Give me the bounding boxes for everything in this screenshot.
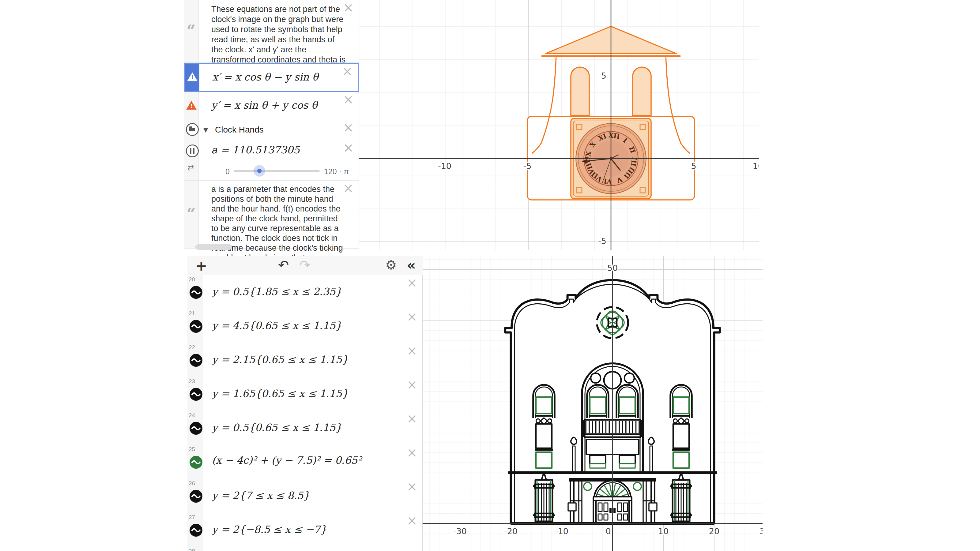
undo-button[interactable]: ↶ (278, 259, 289, 272)
expression-row[interactable]: 21 y = 4.5{0.65 ≤ x ≤ 1.15} × (188, 309, 422, 343)
curve-style-icon[interactable] (189, 354, 203, 367)
expression-row[interactable]: 27 y = 2{−8.5 ≤ x ≤ −7} × (188, 513, 422, 547)
expression-row-yprime[interactable]: y′ = x sin θ + y cos θ × (185, 92, 359, 120)
close-icon[interactable]: × (342, 65, 353, 78)
loop-direction-icon[interactable]: ⇄ (188, 163, 194, 172)
top-expression-list: “ These equations are not part of the cl… (185, 0, 359, 250)
curve-style-icon-green[interactable] (189, 456, 203, 469)
svg-text:5: 5 (601, 71, 606, 81)
expressions-toolbar: + ↶ ↷ ⚙ « (188, 256, 423, 275)
panel-scroll-handle[interactable] (196, 244, 232, 250)
note-row-parameter[interactable]: “ a is a parameter that encodes the posi… (185, 181, 359, 249)
side-gate-left (533, 472, 555, 521)
chevron-down-icon[interactable]: ▼ (204, 126, 208, 133)
slider-max-label: 120 · π (324, 167, 349, 176)
folder-label: Clock Hands (215, 125, 264, 135)
svg-text:30: 30 (760, 527, 762, 536)
svg-text:-5: -5 (598, 236, 606, 246)
expression-row-xprime[interactable]: x′ = x cos θ − y sin θ × (185, 63, 359, 92)
close-icon[interactable]: × (407, 514, 417, 527)
close-icon[interactable]: × (343, 93, 354, 106)
slider-track[interactable] (234, 170, 320, 172)
desmos-screenshots-canvas: “ These equations are not part of the cl… (0, 0, 980, 551)
slider-value-latex[interactable]: a = 110.5137305 (211, 144, 300, 156)
slider-row-a[interactable]: ⇄ a = 110.5137305 0 120 · π × (185, 140, 359, 181)
bottom-expression-list: 20 y = 0.5{1.85 ≤ x ≤ 2.35} × 21 y = 4.5… (188, 275, 423, 551)
svg-text:10: 10 (658, 527, 668, 536)
svg-text:-30: -30 (453, 527, 467, 536)
graph-settings-button[interactable]: ⚙ (385, 259, 397, 272)
svg-text:5: 5 (691, 161, 696, 171)
svg-text:-10: -10 (555, 527, 568, 536)
curve-style-icon[interactable] (189, 286, 203, 299)
close-icon[interactable]: × (407, 345, 417, 357)
bottom-desmos-window: + ↶ ↷ ⚙ « 20 y = 0.5{1.85 ≤ x ≤ 2.35} × … (188, 256, 762, 551)
expression-latex[interactable]: x′ = x cos θ − y sin θ (212, 71, 318, 83)
svg-text:VI: VI (603, 177, 613, 186)
close-icon[interactable]: × (407, 446, 417, 459)
top-desmos-window: “ These equations are not part of the cl… (185, 0, 759, 250)
pause-icon[interactable] (186, 144, 199, 157)
collapse-panel-button[interactable]: « (407, 258, 416, 272)
close-icon[interactable]: × (343, 182, 354, 195)
svg-text:XII: XII (608, 131, 620, 140)
svg-text:20: 20 (709, 527, 719, 536)
note-quote-icon: “ (186, 209, 196, 219)
expression-row[interactable]: 25 (x − 4c)² + (y − 7.5)² = 0.65² × (188, 445, 422, 479)
expression-latex[interactable]: y′ = x sin θ + y cos θ (211, 99, 317, 111)
close-icon[interactable]: × (343, 141, 354, 154)
close-icon[interactable]: × (343, 121, 354, 134)
expression-row[interactable]: 20 y = 0.5{1.85 ≤ x ≤ 2.35} × (188, 275, 422, 309)
svg-text:-10: -10 (438, 161, 452, 171)
note-row-rotation[interactable]: “ These equations are not part of the cl… (185, 0, 359, 63)
expression-row[interactable]: 26 y = 2{7 ≤ x ≤ 8.5} × (188, 479, 422, 513)
expression-row[interactable]: 23 y = 1.65{0.65 ≤ x ≤ 1.15} × (188, 377, 422, 411)
redo-button[interactable]: ↷ (299, 259, 310, 272)
expression-row[interactable]: 28 (188, 547, 422, 551)
folder-icon (186, 123, 199, 136)
close-icon[interactable]: × (343, 1, 354, 14)
slider-thumb[interactable] (254, 165, 265, 176)
note-text: a is a parameter that encodes the positi… (211, 184, 346, 263)
warning-icon (186, 101, 197, 110)
warning-icon (187, 72, 197, 81)
top-graph-paper[interactable]: XII I II III IIII V VI VII VIII IX X XI (359, 0, 759, 250)
svg-text:0: 0 (605, 527, 611, 536)
curve-style-icon[interactable] (189, 421, 203, 435)
curve-style-icon[interactable] (189, 387, 203, 401)
svg-text:50: 50 (607, 263, 618, 273)
curve-style-icon[interactable] (189, 524, 203, 537)
add-expression-button[interactable]: + (196, 259, 207, 273)
note-quote-icon: “ (186, 26, 196, 35)
bottom-graph-paper[interactable]: 30 20 10 (423, 256, 762, 551)
curve-style-icon[interactable] (189, 319, 203, 333)
svg-text:10: 10 (753, 161, 759, 171)
expression-row[interactable]: 24 y = 0.5{0.65 ≤ x ≤ 1.15} × (188, 411, 422, 445)
close-icon[interactable]: × (407, 378, 417, 391)
svg-text:III: III (629, 156, 638, 167)
side-gate-right (670, 472, 692, 521)
svg-text:-5: -5 (523, 161, 531, 171)
close-icon[interactable]: × (407, 480, 417, 493)
expression-row[interactable]: 22 y = 2.15{0.65 ≤ x ≤ 1.15} × (188, 343, 422, 377)
slider-min-label: 0 (225, 167, 230, 176)
close-icon[interactable]: × (407, 310, 417, 323)
svg-text:-20: -20 (504, 527, 517, 536)
curve-style-icon[interactable] (189, 489, 203, 503)
close-icon[interactable]: × (407, 276, 417, 289)
folder-row-clock-hands[interactable]: ▼ Clock Hands × (185, 120, 359, 140)
close-icon[interactable]: × (407, 412, 417, 425)
